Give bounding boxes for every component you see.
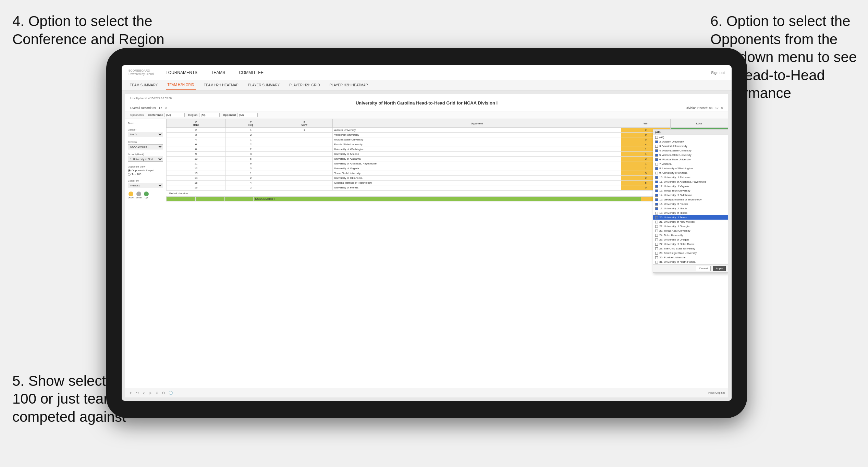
colour-by-select[interactable]: Win/loss [128,183,163,188]
cell-reg: 2 [226,176,276,181]
school-select[interactable]: 1. University of Nort... [128,157,163,162]
toolbar-clock[interactable]: 🕐 [168,391,174,395]
dropdown-item[interactable]: 29. San Diego State University [653,251,728,255]
cell-opponent: University of Alabama [332,157,621,161]
toolbar-zoom-out[interactable]: ⊖ [161,391,166,395]
dropdown-checkbox [655,203,658,206]
region-select[interactable]: (All) [199,113,220,117]
cell-opponent: Auburn University [332,128,621,133]
cell-reg: 1 [226,137,276,142]
cell-rank: 10 [167,157,226,161]
cell-conf [276,176,332,181]
tab-player-h2h-grid[interactable]: PLAYER H2H GRID [288,80,321,90]
gender-section: Gender Men's [128,128,163,137]
dropdown-item[interactable]: 25. University of Oregon [653,237,728,242]
tab-player-h2h-heatmap[interactable]: PLAYER H2H HEATMAP [328,80,369,90]
dropdown-item[interactable]: 13. Texas Tech University [653,188,728,193]
toolbar-redo[interactable]: ↪ [135,391,140,395]
opponent-dropdown[interactable]: (All) (All)2. Auburn University3. Vander… [653,129,728,273]
toolbar-forward[interactable]: ▷ [148,391,153,395]
dropdown-item[interactable]: (All) [653,135,728,139]
cell-opponent: University of Virginia [332,166,621,171]
cell-rank: 2 [167,128,226,133]
dropdown-item[interactable]: 5. Arizona State University [653,153,728,157]
dropdown-checkbox [655,261,658,263]
dropdown-item[interactable]: 30. Purdue University [653,255,728,260]
dropdown-item[interactable]: 20. University of Texas [653,215,728,220]
cell-conf [276,142,332,147]
dropdown-item[interactable]: 3. Vanderbilt University [653,144,728,148]
conference-select[interactable]: (All) [164,113,185,117]
ncaa-conf [224,197,254,201]
apply-button[interactable]: Apply [713,266,726,271]
dropdown-item[interactable]: 11. University of Arkansas, Fayetteville [653,180,728,184]
nav-right: Sign out [711,71,725,75]
nav-committee[interactable]: COMMITTEE [237,70,265,75]
cancel-button[interactable]: Cancel [696,266,711,271]
dropdown-item[interactable]: 27. University of Notre Dame [653,242,728,246]
nav-tournaments[interactable]: TOURNAMENTS [164,70,199,75]
tab-team-h2h-grid[interactable]: TEAM H2H GRID [166,80,196,90]
cell-opponent: University of Washington [332,147,621,152]
table-row: 16 2 University of Florida 5 1 [167,185,728,190]
dropdown-item[interactable]: 16. University of Florida [653,202,728,206]
opponent-select[interactable]: (All) [237,113,258,117]
radio-opponents-played[interactable]: Opponents Played [128,169,163,172]
dropdown-checkbox [655,172,658,174]
division-select[interactable]: NCAA Division I [128,144,163,149]
dropdown-checkbox [655,176,658,179]
dropdown-item[interactable]: 23. Texas A&M University [653,229,728,233]
cell-opponent: University of Arizona [332,152,621,157]
dropdown-item[interactable]: 28. The Ohio State University [653,246,728,251]
opponent-view-label: Opponent View [128,165,163,168]
report-main-wrapper: #Rank #Reg #Conf Opponent Win Loss [166,119,728,388]
dropdown-item[interactable]: 17. University of Illinois [653,206,728,211]
dropdown-item[interactable]: 6. Florida State University [653,157,728,162]
cell-reg: 5 [226,157,276,161]
cell-rank: 3 [167,133,226,137]
col-rank: #Rank [167,119,226,128]
tab-player-summary[interactable]: PLAYER SUMMARY [247,80,281,90]
cell-conf [276,152,332,157]
dropdown-item[interactable]: 21. University of New Mexico [653,220,728,224]
opponents-label: Opponents: [130,113,144,116]
dropdown-item[interactable]: 2. Auburn University [653,139,728,144]
division-label: Division [128,140,163,144]
data-table-area[interactable]: #Rank #Reg #Conf Opponent Win Loss [166,119,728,388]
opponent-view-section: Opponent View Opponents Played Top 100 [128,165,163,176]
dropdown-item[interactable]: 7. Arizona [653,162,728,166]
nav-teams[interactable]: TEAMS [209,70,227,75]
ncaa-reg [195,197,224,201]
dropdown-item[interactable]: 12. University of Virginia [653,184,728,188]
dropdown-checkbox [655,221,658,223]
cell-rank: 12 [167,166,226,171]
toolbar-zoom-in[interactable]: ⊕ [155,391,159,395]
dropdown-item[interactable]: 10. University of Alabama [653,175,728,180]
col-reg: #Reg [226,119,276,128]
dropdown-item[interactable]: 24. Duke University [653,233,728,237]
gender-select[interactable]: Men's [128,132,163,137]
tab-team-h2h-heatmap[interactable]: TEAM H2H HEATMAP [203,80,240,90]
cell-conf [276,133,332,137]
toolbar-bottom: ↩ ↪ ◁ ▷ ⊕ ⊖ 🕐 View: Original [125,388,728,397]
dropdown-item[interactable]: 18. University of Illinois [653,211,728,215]
toolbar-back[interactable]: ◁ [142,391,146,395]
dropdown-item[interactable]: 14. University of Oklahoma [653,193,728,197]
ncaa-label: NCAA Division II [254,197,641,201]
dropdown-item[interactable]: 15. Georgia Institute of Technology [653,197,728,202]
table-row: 3 2 Vanderbilt University 0 4 [167,133,728,137]
dropdown-item[interactable]: 31. University of North Florida [653,260,728,264]
dropdown-footer: Cancel Apply [653,264,728,272]
dropdown-item[interactable]: 4. Arizona State University [653,148,728,153]
cell-opponent: Arizona State University [332,137,621,142]
dropdown-checkbox [655,247,658,250]
radio-top-100[interactable]: Top 100 [128,173,163,176]
tab-team-summary[interactable]: TEAM SUMMARY [129,80,159,90]
team-section: Team [128,122,163,125]
cell-opponent: Florida State University [332,142,621,147]
cell-rank: 6 [167,142,226,147]
toolbar-undo[interactable]: ↩ [129,391,133,395]
dropdown-item[interactable]: 8. University of Washington [653,166,728,171]
dropdown-item[interactable]: 22. University of Georgia [653,224,728,229]
dropdown-item[interactable]: 9. University of Arizona [653,171,728,175]
